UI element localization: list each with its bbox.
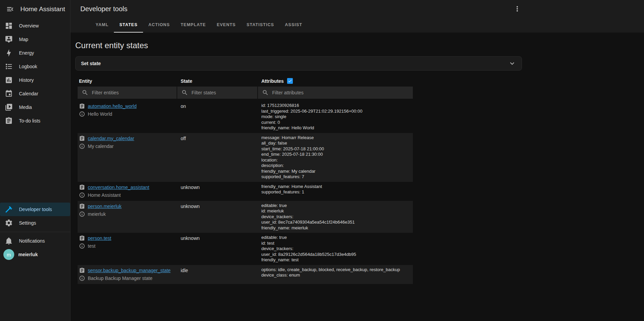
todo-icon xyxy=(5,117,13,125)
tab-actions[interactable]: ACTIONS xyxy=(143,18,175,33)
sidebar-item-notifications[interactable]: Notifications xyxy=(0,234,70,248)
entity-states-table: Entity State Attributes xyxy=(78,75,413,284)
sidebar-header: Home Assistant xyxy=(0,0,70,18)
chevron-down-icon xyxy=(508,59,516,68)
map-icon xyxy=(5,35,13,43)
entity-cell: sensor.backup_backup_manager_state Backu… xyxy=(78,265,177,284)
entity-cell: automation.hello_world Hello World xyxy=(78,101,177,133)
entity-cell: calendar.my_calendar My calendar xyxy=(78,133,177,182)
column-header-entity: Entity xyxy=(78,75,177,87)
sidebar-item-label: Overview xyxy=(19,23,39,29)
main-area: Developer tools YAML STATES ACTIONS TEMP… xyxy=(71,0,644,321)
app-title: Home Assistant xyxy=(20,5,65,13)
search-icon xyxy=(262,89,269,96)
set-state-label: Set state xyxy=(81,61,101,66)
search-icon xyxy=(181,89,188,96)
filter-attributes-input[interactable] xyxy=(272,90,409,95)
sidebar-item-energy[interactable]: Energy xyxy=(0,46,70,60)
entity-link[interactable]: automation.hello_world xyxy=(88,103,137,109)
tab-bar: YAML STATES ACTIONS TEMPLATE EVENTS STAT… xyxy=(71,18,644,33)
table-row: conversation.home_assistant Home Assista… xyxy=(78,182,413,201)
state-cell: idle xyxy=(177,265,257,284)
logbook-icon xyxy=(5,62,13,71)
sidebar-spacer xyxy=(0,128,70,203)
entity-info-icon[interactable] xyxy=(79,211,85,217)
sidebar-divider xyxy=(0,232,70,232)
user-name: meierluk xyxy=(18,252,38,257)
page-title: Developer tools xyxy=(80,5,127,13)
entity-info-icon[interactable] xyxy=(79,111,85,117)
sidebar-item-media[interactable]: Media xyxy=(0,100,70,114)
set-state-expansion-panel[interactable]: Set state xyxy=(75,56,522,71)
entity-friendly-name: test xyxy=(88,243,96,249)
energy-icon xyxy=(5,49,13,57)
column-header-state: State xyxy=(177,75,257,87)
tab-statistics[interactable]: STATISTICS xyxy=(241,18,279,33)
entity-cell: conversation.home_assistant Home Assista… xyxy=(78,182,177,201)
sidebar-item-label: Logbook xyxy=(19,64,37,69)
entity-link[interactable]: sensor.backup_backup_manager_state xyxy=(88,268,170,273)
entity-link[interactable]: calendar.my_calendar xyxy=(88,136,134,141)
sidebar-item-settings[interactable]: Settings xyxy=(0,216,70,230)
table-body: automation.hello_world Hello World on id… xyxy=(78,101,413,284)
copy-entity-id-icon[interactable] xyxy=(79,235,85,241)
attributes-cell: friendly_name: Home Assistant supported_… xyxy=(258,182,413,201)
copy-entity-id-icon[interactable] xyxy=(79,203,85,209)
dots-vertical-icon xyxy=(513,5,521,13)
attributes-cell: options: idle, create_backup, blocked, r… xyxy=(258,265,413,284)
sidebar: Home Assistant Overview Map Energy Logbo… xyxy=(0,0,71,321)
copy-entity-id-icon[interactable] xyxy=(79,184,85,190)
tab-states[interactable]: STATES xyxy=(114,18,143,33)
attributes-checkbox[interactable] xyxy=(287,78,293,84)
attributes-cell: message: Homarr Release all_day: false s… xyxy=(258,133,413,182)
sidebar-item-map[interactable]: Map xyxy=(0,33,70,46)
gear-icon xyxy=(5,219,13,227)
entity-link[interactable]: conversation.home_assistant xyxy=(88,185,149,190)
entity-info-icon[interactable] xyxy=(79,275,85,281)
entity-friendly-name: Backup Backup Manager state xyxy=(88,276,153,281)
tab-template[interactable]: TEMPLATE xyxy=(175,18,211,33)
overflow-menu-button[interactable] xyxy=(510,2,524,16)
attributes-cell: id: 1751230926816 last_triggered: 2025-0… xyxy=(258,101,413,133)
table-row: automation.hello_world Hello World on id… xyxy=(78,101,413,133)
entity-link[interactable]: person.meierluk xyxy=(88,204,122,209)
sidebar-item-history[interactable]: History xyxy=(0,73,70,87)
entity-info-icon[interactable] xyxy=(79,192,85,198)
sidebar-item-label: History xyxy=(19,77,34,83)
dashboard-icon xyxy=(5,22,13,30)
bell-icon xyxy=(5,237,13,245)
sidebar-item-label: Settings xyxy=(19,220,36,226)
copy-entity-id-icon[interactable] xyxy=(79,267,85,273)
table-row: person.test test unknown editable: true … xyxy=(78,233,413,265)
state-cell: unknown xyxy=(177,201,257,233)
filter-states-input[interactable] xyxy=(192,90,253,95)
filter-entities-input[interactable] xyxy=(92,90,173,95)
copy-entity-id-icon[interactable] xyxy=(79,103,85,109)
tab-assist[interactable]: ASSIST xyxy=(280,18,308,33)
column-header-attributes-label: Attributes xyxy=(261,78,284,84)
sidebar-item-label: Developer tools xyxy=(19,207,52,212)
filter-attributes-cell xyxy=(258,87,413,99)
entity-friendly-name: Home Assistant xyxy=(88,192,121,198)
sidebar-item-todo-lists[interactable]: To-do lists xyxy=(0,114,70,128)
sidebar-user-profile[interactable]: m meierluk xyxy=(0,248,70,261)
table-row: sensor.backup_backup_manager_state Backu… xyxy=(78,265,413,284)
entity-info-icon[interactable] xyxy=(79,143,85,149)
entity-link[interactable]: person.test xyxy=(88,235,111,241)
check-icon xyxy=(288,79,292,83)
entity-friendly-name: My calendar xyxy=(88,144,114,149)
calendar-icon xyxy=(5,90,13,98)
copy-entity-id-icon[interactable] xyxy=(79,135,85,141)
tab-events[interactable]: EVENTS xyxy=(211,18,241,33)
entity-friendly-name: Hello World xyxy=(88,111,112,117)
sidebar-item-developer-tools[interactable]: Developer tools xyxy=(0,203,70,216)
entity-cell: person.meierluk meierluk xyxy=(78,201,177,233)
search-icon xyxy=(82,89,88,96)
sidebar-item-calendar[interactable]: Calendar xyxy=(0,87,70,100)
entity-info-icon[interactable] xyxy=(79,243,85,249)
section-heading: Current entity states xyxy=(75,41,644,50)
tab-yaml[interactable]: YAML xyxy=(90,18,114,33)
sidebar-item-overview[interactable]: Overview xyxy=(0,19,70,33)
sidebar-toggle-button[interactable] xyxy=(3,2,17,16)
sidebar-item-logbook[interactable]: Logbook xyxy=(0,60,70,73)
